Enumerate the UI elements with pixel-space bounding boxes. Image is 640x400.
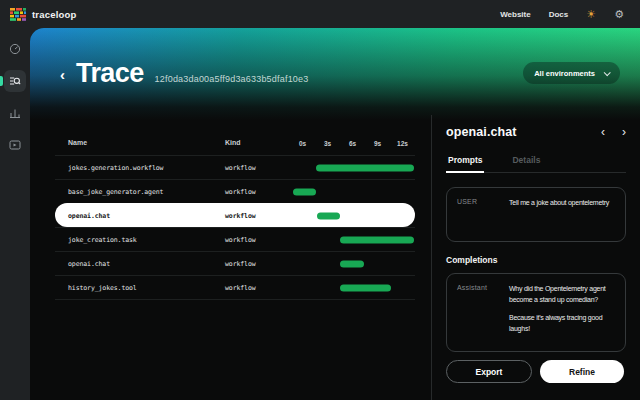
settings-gear-icon[interactable]: ⚙ [614, 9, 624, 20]
docs-link[interactable]: Docs [549, 10, 569, 19]
column-header-name: Name [55, 139, 225, 146]
main-content: ‹ Trace 12f0da3da00a5ff9d3a633b5dfaf10e3… [30, 28, 640, 400]
sidebar-item-dashboard[interactable] [4, 38, 26, 60]
search-list-icon [9, 75, 21, 87]
span-duration-bar [316, 164, 414, 171]
span-duration-bar [340, 236, 414, 243]
span-row[interactable]: openai.chat workflow [55, 251, 415, 275]
span-kind: workflow [225, 236, 290, 244]
span-timeline-cell [290, 276, 415, 299]
tab-details[interactable]: Details [510, 151, 542, 172]
prompt-role-label: USER [457, 198, 501, 231]
chevron-down-icon [604, 69, 611, 76]
completion-text: Why did the Opentelemetry agent become a… [509, 284, 615, 341]
prompt-text: Tell me a joke about opentelemetry [509, 198, 615, 231]
refine-button[interactable]: Refine [540, 360, 624, 383]
span-detail-panel: openai.chat ‹ › Prompts Details USER Tel… [431, 115, 640, 400]
completion-line: Because it's always tracing good laughs! [509, 313, 615, 335]
completion-role-label: Assistant [457, 284, 501, 341]
gauge-icon [9, 43, 21, 55]
environment-dropdown-label: All environments [534, 69, 595, 78]
prompt-message-card: USER Tell me a joke about opentelemetry [446, 187, 626, 242]
timeline-tick: 0s [299, 139, 306, 146]
brand[interactable]: traceloop [10, 8, 77, 21]
span-duration-bar [340, 284, 391, 291]
next-span-button[interactable]: › [622, 126, 626, 138]
theme-sun-icon[interactable]: ☀ [586, 9, 596, 20]
span-table-header: Name Kind 0s3s6s9s12s [55, 130, 415, 155]
span-timeline-cell [290, 252, 415, 275]
span-kind: workflow [225, 284, 290, 292]
terminal-play-icon [9, 139, 21, 151]
span-row[interactable]: openai.chat workflow [55, 203, 415, 227]
brand-name: traceloop [32, 9, 77, 20]
span-kind: workflow [225, 164, 290, 172]
sidebar-item-analytics[interactable] [4, 102, 26, 124]
span-kind: workflow [225, 188, 290, 196]
span-row[interactable]: base_joke_generator.agent workflow [55, 179, 415, 203]
environment-dropdown[interactable]: All environments [523, 62, 620, 84]
completions-heading: Completions [446, 255, 626, 265]
span-rows: jokes.generation.workflow workflow base_… [55, 155, 415, 300]
column-header-kind: Kind [225, 139, 290, 146]
sidebar [0, 28, 30, 400]
timeline-ticks: 0s3s6s9s12s [290, 130, 415, 155]
span-name: jokes.generation.workflow [55, 164, 225, 172]
span-table: Name Kind 0s3s6s9s12s jokes.generation.w… [55, 130, 415, 300]
website-link[interactable]: Website [500, 10, 531, 19]
timeline-tick: 9s [374, 139, 381, 146]
timeline-tick: 3s [324, 139, 331, 146]
span-name: joke_creation.task [55, 236, 225, 244]
detail-tabs: Prompts Details [446, 151, 626, 173]
span-row[interactable]: joke_creation.task workflow [55, 227, 415, 251]
page-title: Trace [76, 58, 144, 89]
span-kind: workflow [225, 212, 290, 220]
span-name: history_jokes.tool [55, 284, 225, 292]
span-kind: workflow [225, 260, 290, 268]
span-row[interactable]: jokes.generation.workflow workflow [55, 155, 415, 179]
span-timeline-cell [290, 180, 415, 203]
span-timeline-cell [290, 156, 415, 179]
span-row[interactable]: history_jokes.tool workflow [55, 275, 415, 299]
span-duration-bar [293, 188, 316, 195]
topbar: traceloop Website Docs ☀ ⚙ [0, 0, 640, 28]
sidebar-item-playground[interactable] [4, 134, 26, 156]
sidebar-item-traces[interactable] [4, 70, 26, 92]
bar-chart-icon [9, 107, 21, 119]
span-duration-bar [317, 212, 340, 219]
completion-message-card: Assistant Why did the Opentelemetry agen… [446, 273, 626, 352]
timeline-tick: 6s [349, 139, 356, 146]
back-button[interactable]: ‹ [60, 67, 65, 82]
prev-span-button[interactable]: ‹ [601, 126, 605, 138]
tab-prompts[interactable]: Prompts [446, 151, 484, 172]
span-timeline-cell [290, 204, 415, 227]
span-detail-title: openai.chat [446, 125, 517, 139]
span-duration-bar [340, 260, 364, 267]
completion-line: Why did the Opentelemetry agent become a… [509, 284, 615, 306]
timeline-tick: 12s [397, 139, 408, 146]
trace-header: ‹ Trace 12f0da3da00a5ff9d3a633b5dfaf10e3… [30, 28, 640, 120]
span-name: openai.chat [55, 260, 225, 268]
span-name: openai.chat [55, 212, 225, 220]
traceloop-logo-icon [10, 8, 26, 21]
trace-id: 12f0da3da00a5ff9d3a633b5dfaf10e3 [155, 74, 309, 84]
span-timeline-cell [290, 228, 415, 251]
export-button[interactable]: Export [446, 360, 532, 383]
span-name: base_joke_generator.agent [55, 188, 225, 196]
